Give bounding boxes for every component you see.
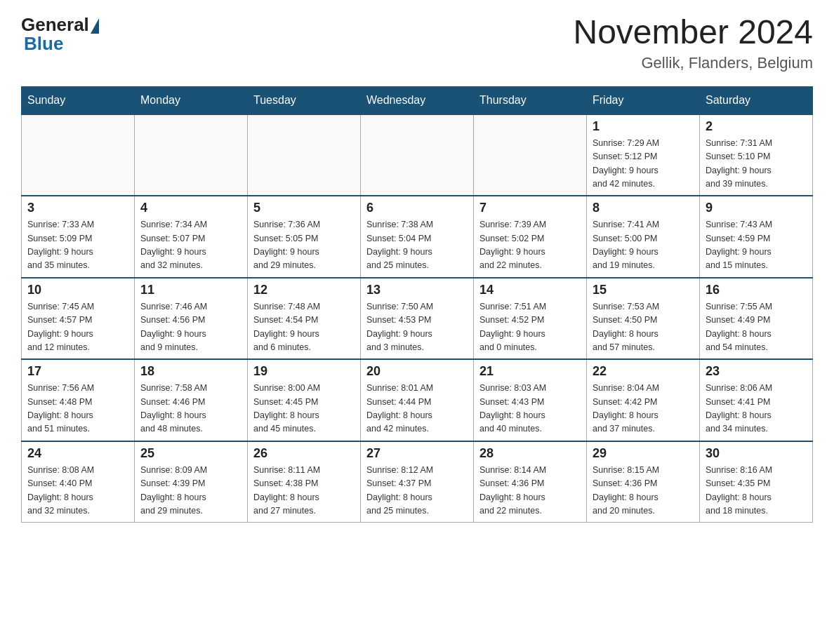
day-number: 11 (140, 283, 241, 297)
week-row: 17Sunrise: 7:56 AMSunset: 4:48 PMDayligh… (22, 359, 813, 441)
day-info: Sunrise: 8:16 AMSunset: 4:35 PMDaylight:… (706, 464, 807, 518)
calendar-cell: 17Sunrise: 7:56 AMSunset: 4:48 PMDayligh… (22, 359, 135, 441)
day-number: 9 (706, 201, 807, 215)
day-info: Sunrise: 8:09 AMSunset: 4:39 PMDaylight:… (140, 464, 241, 518)
calendar-cell: 3Sunrise: 7:33 AMSunset: 5:09 PMDaylight… (22, 196, 135, 278)
day-of-week-header: Thursday (474, 86, 587, 114)
day-info: Sunrise: 7:45 AMSunset: 4:57 PMDaylight:… (27, 300, 128, 355)
calendar-cell: 16Sunrise: 7:55 AMSunset: 4:49 PMDayligh… (700, 278, 813, 360)
calendar-cell: 14Sunrise: 7:51 AMSunset: 4:52 PMDayligh… (474, 278, 587, 360)
day-info: Sunrise: 7:48 AMSunset: 4:54 PMDaylight:… (253, 300, 355, 355)
title-section: November 2024 Gellik, Flanders, Belgium (573, 14, 813, 72)
day-info: Sunrise: 7:56 AMSunset: 4:48 PMDaylight:… (27, 382, 128, 436)
day-info: Sunrise: 7:51 AMSunset: 4:52 PMDaylight:… (479, 300, 581, 355)
day-number: 28 (479, 446, 581, 461)
day-info: Sunrise: 8:11 AMSunset: 4:38 PMDaylight:… (253, 464, 355, 518)
logo-blue-text: Blue (21, 33, 63, 55)
day-number: 29 (593, 446, 694, 461)
day-number: 16 (706, 283, 807, 297)
day-number: 4 (140, 201, 241, 215)
day-info: Sunrise: 8:03 AMSunset: 4:43 PMDaylight:… (479, 382, 581, 436)
day-of-week-header: Wednesday (361, 86, 474, 114)
calendar-cell: 4Sunrise: 7:34 AMSunset: 5:07 PMDaylight… (135, 196, 248, 278)
calendar-cell: 29Sunrise: 8:15 AMSunset: 4:36 PMDayligh… (587, 441, 700, 523)
day-number: 6 (366, 201, 468, 215)
logo-triangle-icon (91, 18, 99, 34)
calendar-cell: 22Sunrise: 8:04 AMSunset: 4:42 PMDayligh… (587, 359, 700, 441)
day-number: 21 (479, 364, 581, 379)
day-info: Sunrise: 8:14 AMSunset: 4:36 PMDaylight:… (479, 464, 581, 518)
day-number: 14 (479, 283, 581, 297)
day-number: 1 (593, 119, 694, 134)
calendar-cell (22, 114, 135, 196)
day-number: 12 (253, 283, 355, 297)
day-number: 26 (253, 446, 355, 461)
day-of-week-header: Friday (587, 86, 700, 114)
day-info: Sunrise: 7:29 AMSunset: 5:12 PMDaylight:… (593, 137, 694, 192)
day-of-week-header: Monday (135, 86, 248, 114)
calendar-cell: 12Sunrise: 7:48 AMSunset: 4:54 PMDayligh… (248, 278, 361, 360)
day-number: 19 (253, 364, 355, 379)
day-info: Sunrise: 7:58 AMSunset: 4:46 PMDaylight:… (140, 382, 241, 436)
day-number: 10 (27, 283, 128, 297)
day-info: Sunrise: 7:33 AMSunset: 5:09 PMDaylight:… (27, 218, 128, 273)
calendar-cell: 19Sunrise: 8:00 AMSunset: 4:45 PMDayligh… (248, 359, 361, 441)
month-year-title: November 2024 (573, 14, 813, 51)
day-number: 13 (366, 283, 468, 297)
calendar-header-row: SundayMondayTuesdayWednesdayThursdayFrid… (22, 86, 813, 114)
calendar-cell: 2Sunrise: 7:31 AMSunset: 5:10 PMDaylight… (700, 114, 813, 196)
day-number: 17 (27, 364, 128, 379)
day-of-week-header: Sunday (22, 86, 135, 114)
day-number: 27 (366, 446, 468, 461)
week-row: 24Sunrise: 8:08 AMSunset: 4:40 PMDayligh… (22, 441, 813, 523)
day-number: 24 (27, 446, 128, 461)
week-row: 3Sunrise: 7:33 AMSunset: 5:09 PMDaylight… (22, 196, 813, 278)
day-of-week-header: Tuesday (248, 86, 361, 114)
calendar-table: SundayMondayTuesdayWednesdayThursdayFrid… (21, 86, 813, 523)
week-row: 10Sunrise: 7:45 AMSunset: 4:57 PMDayligh… (22, 278, 813, 360)
calendar-cell: 6Sunrise: 7:38 AMSunset: 5:04 PMDaylight… (361, 196, 474, 278)
day-of-week-header: Saturday (700, 86, 813, 114)
calendar-cell: 5Sunrise: 7:36 AMSunset: 5:05 PMDaylight… (248, 196, 361, 278)
day-info: Sunrise: 8:15 AMSunset: 4:36 PMDaylight:… (593, 464, 694, 518)
calendar-cell: 18Sunrise: 7:58 AMSunset: 4:46 PMDayligh… (135, 359, 248, 441)
day-info: Sunrise: 7:53 AMSunset: 4:50 PMDaylight:… (593, 300, 694, 355)
calendar-cell: 10Sunrise: 7:45 AMSunset: 4:57 PMDayligh… (22, 278, 135, 360)
day-number: 8 (593, 201, 694, 215)
calendar-cell: 13Sunrise: 7:50 AMSunset: 4:53 PMDayligh… (361, 278, 474, 360)
calendar-cell: 30Sunrise: 8:16 AMSunset: 4:35 PMDayligh… (700, 441, 813, 523)
day-info: Sunrise: 7:50 AMSunset: 4:53 PMDaylight:… (366, 300, 468, 355)
calendar-cell: 8Sunrise: 7:41 AMSunset: 5:00 PMDaylight… (587, 196, 700, 278)
day-number: 30 (706, 446, 807, 461)
day-number: 22 (593, 364, 694, 379)
day-number: 3 (27, 201, 128, 215)
calendar-cell: 24Sunrise: 8:08 AMSunset: 4:40 PMDayligh… (22, 441, 135, 523)
calendar-cell: 28Sunrise: 8:14 AMSunset: 4:36 PMDayligh… (474, 441, 587, 523)
calendar-cell (248, 114, 361, 196)
day-info: Sunrise: 7:55 AMSunset: 4:49 PMDaylight:… (706, 300, 807, 355)
calendar-cell: 11Sunrise: 7:46 AMSunset: 4:56 PMDayligh… (135, 278, 248, 360)
calendar-cell: 20Sunrise: 8:01 AMSunset: 4:44 PMDayligh… (361, 359, 474, 441)
calendar-cell: 7Sunrise: 7:39 AMSunset: 5:02 PMDaylight… (474, 196, 587, 278)
calendar-cell: 9Sunrise: 7:43 AMSunset: 4:59 PMDaylight… (700, 196, 813, 278)
day-info: Sunrise: 8:12 AMSunset: 4:37 PMDaylight:… (366, 464, 468, 518)
day-number: 2 (706, 119, 807, 134)
day-number: 15 (593, 283, 694, 297)
day-info: Sunrise: 7:41 AMSunset: 5:00 PMDaylight:… (593, 218, 694, 273)
calendar-cell: 21Sunrise: 8:03 AMSunset: 4:43 PMDayligh… (474, 359, 587, 441)
day-info: Sunrise: 7:36 AMSunset: 5:05 PMDaylight:… (253, 218, 355, 273)
day-info: Sunrise: 7:43 AMSunset: 4:59 PMDaylight:… (706, 218, 807, 273)
day-number: 5 (253, 201, 355, 215)
day-info: Sunrise: 7:38 AMSunset: 5:04 PMDaylight:… (366, 218, 468, 273)
day-info: Sunrise: 7:31 AMSunset: 5:10 PMDaylight:… (706, 137, 807, 192)
day-info: Sunrise: 8:08 AMSunset: 4:40 PMDaylight:… (27, 464, 128, 518)
calendar-cell: 23Sunrise: 8:06 AMSunset: 4:41 PMDayligh… (700, 359, 813, 441)
day-number: 23 (706, 364, 807, 379)
day-info: Sunrise: 8:04 AMSunset: 4:42 PMDaylight:… (593, 382, 694, 436)
calendar-cell: 27Sunrise: 8:12 AMSunset: 4:37 PMDayligh… (361, 441, 474, 523)
day-info: Sunrise: 8:01 AMSunset: 4:44 PMDaylight:… (366, 382, 468, 436)
day-info: Sunrise: 7:34 AMSunset: 5:07 PMDaylight:… (140, 218, 241, 273)
day-number: 18 (140, 364, 241, 379)
calendar-cell (361, 114, 474, 196)
calendar-cell (135, 114, 248, 196)
